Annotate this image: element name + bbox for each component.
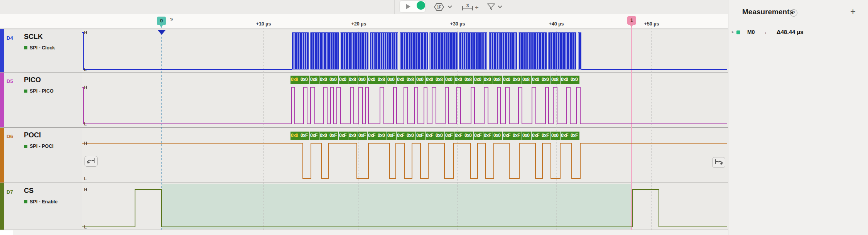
byte-annotation: 0xF <box>397 132 406 140</box>
byte-annotation: 0x0 <box>503 76 512 84</box>
previous-transition-button[interactable] <box>84 156 98 167</box>
channel-name: POCI <box>24 131 41 139</box>
byte-annotation: 0xF <box>503 132 512 140</box>
measurement-color-swatch <box>736 30 740 34</box>
analyzer-tag: SPI - Enable <box>24 199 57 205</box>
byte-annotation: 0xF <box>339 132 348 140</box>
measurement-value: Δ48.44 µs <box>777 29 803 35</box>
byte-annotation: 0x8 <box>464 76 473 84</box>
filter-flag-icon[interactable] <box>487 3 495 11</box>
channel-label-D4[interactable]: D4SCLKSPI - Clock <box>0 29 82 72</box>
byte-annotation: 0x0 <box>435 132 444 140</box>
channel-color-bar <box>0 29 4 72</box>
measurements-title: Measurements <box>742 8 794 16</box>
byte-annotation: 0xF <box>358 132 367 140</box>
svg-text:+: + <box>475 4 478 11</box>
svg-text:3: 3 <box>466 3 469 8</box>
jump-left-edge-icon <box>85 156 97 166</box>
byte-annotation: 0x0 <box>551 132 560 140</box>
byte-annotation: 0xF <box>474 132 483 140</box>
analyzer-name: SPI - Enable <box>30 199 57 205</box>
timing-marker-0-label: 0 <box>160 18 163 24</box>
sclk-gap <box>398 32 400 70</box>
byte-annotation: 0x0 <box>445 76 454 84</box>
byte-annotation: 0x0 <box>319 76 329 84</box>
byte-annotation: 0x8 <box>435 76 444 84</box>
byte-annotation: 0x8 <box>406 76 415 84</box>
level-high-label: H <box>84 30 87 35</box>
byte-annotation: 0x0 <box>474 76 483 84</box>
bottom-strip <box>0 230 728 235</box>
device-badge-icon[interactable]: 1F <box>431 2 448 12</box>
analyzer-tag: SPI - PICO <box>24 88 54 94</box>
channel-label-D7[interactable]: D7CSSPI - Enable <box>0 183 82 230</box>
capture-toolbar: 1F 3 + <box>0 0 728 14</box>
sclk-gap <box>368 32 370 70</box>
byte-annotation: 0xF <box>454 132 464 140</box>
measurements-panel: Measurements ? + ▸ M0 → Δ48.44 µs <box>728 0 868 235</box>
sclk-gap <box>458 32 459 70</box>
expand-caret-icon[interactable]: ▸ <box>732 29 734 34</box>
analyzer-dot-icon <box>24 90 27 93</box>
sclk-gap <box>428 32 430 70</box>
analyzer-name: SPI - PICO <box>30 88 54 94</box>
channel-label-D6[interactable]: D6POCISPI - POCI <box>0 127 82 183</box>
channel-id: D5 <box>7 78 13 84</box>
byte-annotation: 0x0 <box>454 76 464 84</box>
toolbar-separator <box>480 0 480 14</box>
byte-annotation: 0x8 <box>290 76 300 84</box>
channel-labels: D4SCLKSPI - ClockD5PICOSPI - PICOD6POCIS… <box>0 29 82 230</box>
byte-annotation: 0x0 <box>512 76 522 84</box>
byte-annotation: 0x0 <box>532 76 541 84</box>
level-high-label: H <box>84 141 87 145</box>
channel-name: PICO <box>24 76 41 84</box>
byte-annotation: 0xF <box>532 132 541 140</box>
byte-annotation: 0x0 <box>406 132 415 140</box>
byte-annotation: 0x0 <box>319 132 329 140</box>
poci-byte-annotations: 0x00xF0xF0x00xF0xF0x00xF0xF0x00xF0xF0x00… <box>290 132 580 140</box>
capture-status-indicator[interactable] <box>417 1 425 10</box>
cs-active-region <box>162 184 632 229</box>
byte-annotation: 0x0 <box>570 76 579 84</box>
byte-annotation: 0x0 <box>368 76 377 84</box>
pico-byte-annotations: 0x80x00x80x00x00x00x80x00x00x80x00x00x80… <box>290 76 580 84</box>
channel-color-bar <box>0 72 4 127</box>
chevron-down-icon[interactable] <box>498 5 502 8</box>
waveform-plot: HLHLHLHL <box>82 14 728 230</box>
byte-annotation: 0xF <box>310 132 319 140</box>
sclk-gap <box>547 32 549 70</box>
trigger-marker-icon <box>157 30 166 35</box>
byte-annotation: 0xF <box>329 132 338 140</box>
byte-annotation: 0x0 <box>522 132 531 140</box>
channel-label-D5[interactable]: D5PICOSPI - PICO <box>0 72 82 127</box>
measurement-tool-button[interactable]: 3 + <box>461 3 480 12</box>
channel-name: SCLK <box>24 33 43 41</box>
timing-marker-0-flag[interactable]: 0 <box>157 17 166 25</box>
sclk-gap <box>339 32 341 70</box>
channel-color-bar <box>0 183 4 230</box>
byte-annotation: 0x0 <box>387 76 396 84</box>
analyzer-dot-icon <box>24 200 27 203</box>
level-low-label: L <box>84 176 87 181</box>
byte-annotation: 0x0 <box>397 76 406 84</box>
byte-annotation: 0x8 <box>348 76 358 84</box>
play-button[interactable] <box>405 3 411 10</box>
sclk-waveform <box>82 32 292 69</box>
next-transition-button[interactable] <box>712 157 725 168</box>
byte-annotation: 0x8 <box>310 76 319 84</box>
byte-annotation: 0xF <box>541 132 551 140</box>
byte-annotation: 0x0 <box>541 76 551 84</box>
timing-marker-1-flag[interactable]: 1 <box>627 16 636 25</box>
byte-annotation: 0x0 <box>358 76 367 84</box>
analyzer-dot-icon <box>24 46 27 49</box>
add-measurement-button[interactable]: + <box>850 6 856 17</box>
level-low-label: L <box>84 122 87 126</box>
analyzer-tag: SPI - Clock <box>24 45 55 51</box>
byte-annotation: 0xF <box>368 132 377 140</box>
help-icon[interactable]: ? <box>790 9 797 17</box>
chevron-down-icon[interactable] <box>448 5 452 8</box>
toolbar-separator <box>394 0 395 14</box>
byte-annotation: 0x8 <box>493 76 502 84</box>
analyzer-dot-icon <box>24 145 27 148</box>
arrow-right-icon: → <box>762 29 767 35</box>
